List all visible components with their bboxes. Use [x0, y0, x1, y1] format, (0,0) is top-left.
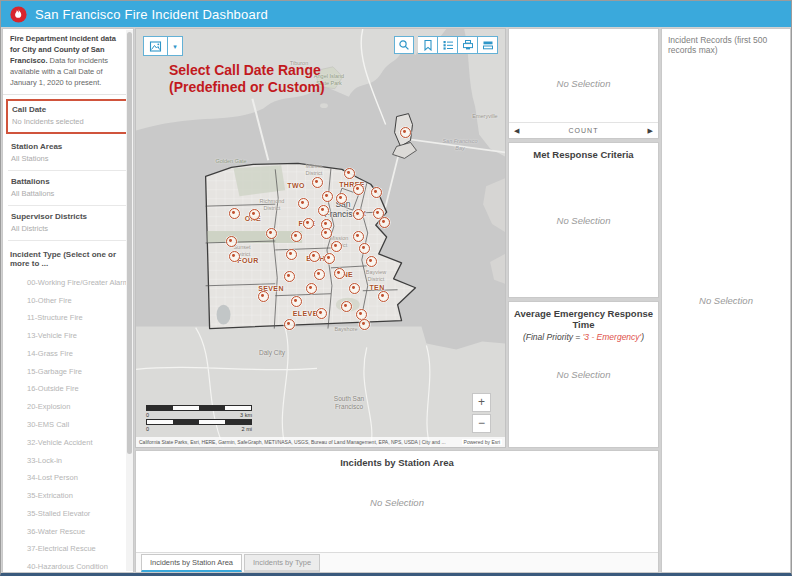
fire-station-marker[interactable]: [291, 231, 302, 242]
battalion-label-two: TWO: [287, 182, 305, 189]
incident-type-option-20-explosion[interactable]: 20-Explosion: [3, 398, 133, 416]
filter-label: Supervisor Districts: [11, 212, 125, 221]
count-chart-panel: No Selection ◀ COUNT ▶: [508, 28, 659, 139]
bookmark-button[interactable]: [418, 36, 438, 54]
incident-type-option-33-lock-in[interactable]: 33-Lock-in: [3, 451, 133, 469]
page-title: San Francisco Fire Incident Dashboard: [35, 7, 268, 22]
incident-type-option-35-extrication[interactable]: 35-Extrication: [3, 487, 133, 505]
fire-station-marker[interactable]: [309, 251, 320, 262]
filter-call-date[interactable]: Call DateNo Incidents selected: [6, 99, 130, 134]
map-panel[interactable]: TiburonAngel IslandState ParkEmeryvilleS…: [135, 28, 506, 448]
fire-station-marker[interactable]: [371, 187, 382, 198]
measure-button[interactable]: [478, 36, 498, 54]
fire-station-marker[interactable]: [266, 228, 277, 239]
fire-station-marker[interactable]: [306, 283, 317, 294]
fire-station-marker[interactable]: [284, 319, 295, 330]
attribution-text: California State Parks, Esri, HERE, Garm…: [139, 439, 446, 445]
incident-type-option-32-vehicle-accident[interactable]: 32-Vehicle Accident: [3, 433, 133, 451]
fire-station-marker[interactable]: [353, 209, 364, 220]
scale-bar: 0 3 km 0 2 mi: [146, 405, 252, 433]
basemap-dropdown-button[interactable]: ▾: [167, 36, 183, 56]
incident-type-option-14-grass-fire[interactable]: 14-Grass Fire: [3, 345, 133, 363]
fire-station-marker[interactable]: [229, 251, 240, 262]
incident-type-option-35-stalled-elevator[interactable]: 35-Stalled Elevator: [3, 505, 133, 523]
fire-station-marker[interactable]: [316, 308, 327, 319]
incident-type-option-13-vehicle-fire[interactable]: 13-Vehicle Fire: [3, 327, 133, 345]
incident-type-option-00-working-fire-greater-alarm[interactable]: 00-Working Fire/Greater Alarm: [3, 273, 133, 291]
incident-type-option-10-other-fire[interactable]: 10-Other Fire: [3, 291, 133, 309]
fire-station-marker[interactable]: [314, 269, 325, 280]
fire-station-marker[interactable]: [400, 127, 411, 138]
prev-arrow[interactable]: ◀: [514, 127, 519, 135]
incident-type-option-15-garbage-fire[interactable]: 15-Garbage Fire: [3, 362, 133, 380]
fire-station-marker[interactable]: [298, 198, 309, 209]
fire-station-marker[interactable]: [322, 191, 333, 202]
fire-station-marker[interactable]: [291, 296, 302, 307]
fire-station-marker[interactable]: [334, 268, 345, 279]
fire-station-marker[interactable]: [249, 209, 260, 220]
place-label-golden-gate: Golden Gate: [215, 158, 246, 165]
incident-type-option-37-electrical-rescue[interactable]: 37-Electrical Rescue: [3, 540, 133, 558]
incident-type-option-30-ems-call[interactable]: 30-EMS Call: [3, 416, 133, 434]
fire-station-marker[interactable]: [284, 271, 295, 282]
fire-station-marker[interactable]: [286, 249, 297, 260]
place-label-richmond-district: RichmondDistrict: [260, 198, 285, 212]
place-label-marina-district: MarinaDistrict: [306, 163, 323, 177]
incident-type-option-34-lost-person[interactable]: 34-Lost Person: [3, 469, 133, 487]
filter-value: All Districts: [11, 224, 125, 233]
count-axis-label: COUNT: [509, 122, 658, 138]
fire-station-marker[interactable]: [321, 228, 332, 239]
filter-battalions[interactable]: BattalionsAll Battalions: [8, 171, 128, 206]
filter-value: All Battalions: [11, 189, 125, 198]
map-tools-toolbar: [394, 36, 498, 54]
fire-station-marker[interactable]: [303, 218, 314, 229]
incident-type-option-36-water-rescue[interactable]: 36-Water Rescue: [3, 522, 133, 540]
fire-station-marker[interactable]: [318, 205, 329, 216]
fire-station-marker[interactable]: [229, 208, 240, 219]
sidebar-intro: Fire Department incident data for City a…: [3, 29, 133, 95]
zoom-out-button[interactable]: −: [472, 414, 491, 433]
tab-incidents-by-type[interactable]: Incidents by Type: [244, 554, 320, 572]
incident-type-option-16-outside-fire[interactable]: 16-Outside Fire: [3, 380, 133, 398]
fire-station-marker[interactable]: [336, 193, 347, 204]
fire-station-marker[interactable]: [331, 241, 342, 252]
fire-station-marker[interactable]: [324, 253, 335, 264]
map-overlay: TiburonAngel IslandState ParkEmeryvilleS…: [136, 29, 505, 447]
search-button[interactable]: [394, 36, 414, 54]
print-button[interactable]: [458, 36, 478, 54]
fire-station-marker[interactable]: [359, 319, 370, 330]
fire-station-marker[interactable]: [379, 217, 390, 228]
filter-supervisor-districts[interactable]: Supervisor DistrictsAll Districts: [8, 206, 128, 241]
fire-station-marker[interactable]: [353, 231, 364, 242]
avg-response-subtitle: (Final Priority = '3 - Emergency'): [509, 330, 658, 342]
scale-zero-mi: 0: [146, 426, 149, 432]
filter-station-areas[interactable]: Station AreasAll Stations: [8, 136, 128, 171]
scrollbar-thumb[interactable]: [127, 32, 132, 454]
fire-station-marker[interactable]: [344, 168, 355, 179]
next-arrow[interactable]: ▶: [648, 127, 653, 135]
basemap-gallery-button[interactable]: [143, 36, 167, 56]
zoom-controls: + −: [472, 393, 491, 433]
incident-type-option-40-hazardous-condition[interactable]: 40-Hazardous Condition: [3, 558, 133, 573]
app-header: San Francisco Fire Incident Dashboard: [1, 1, 791, 27]
sidebar-scrollbar[interactable]: [126, 30, 133, 571]
fire-station-marker[interactable]: [353, 184, 364, 195]
incident-type-header: Incident Type (Select one or more to ...: [3, 241, 133, 269]
fire-station-marker[interactable]: [341, 301, 352, 312]
legend-button[interactable]: [438, 36, 458, 54]
tab-incidents-by-station-area[interactable]: Incidents by Station Area: [141, 554, 242, 572]
zoom-in-button[interactable]: +: [472, 393, 491, 412]
fire-station-marker[interactable]: [226, 236, 237, 247]
fire-station-marker[interactable]: [378, 291, 389, 302]
fire-station-marker[interactable]: [312, 177, 323, 188]
sidebar: Fire Department incident data for City a…: [2, 28, 134, 573]
place-label-emeryville: Emeryville: [472, 113, 497, 120]
place-label-bayview-district: BayviewDistrict: [366, 269, 386, 283]
fire-station-marker[interactable]: [359, 243, 370, 254]
fire-station-marker[interactable]: [366, 256, 377, 267]
fire-station-marker[interactable]: [258, 291, 269, 302]
incident-type-option-11-structure-fire[interactable]: 11-Structure Fire: [3, 309, 133, 327]
fire-station-marker[interactable]: [349, 283, 360, 294]
basemap-icon: [149, 40, 162, 53]
bookmark-icon: [422, 39, 434, 51]
